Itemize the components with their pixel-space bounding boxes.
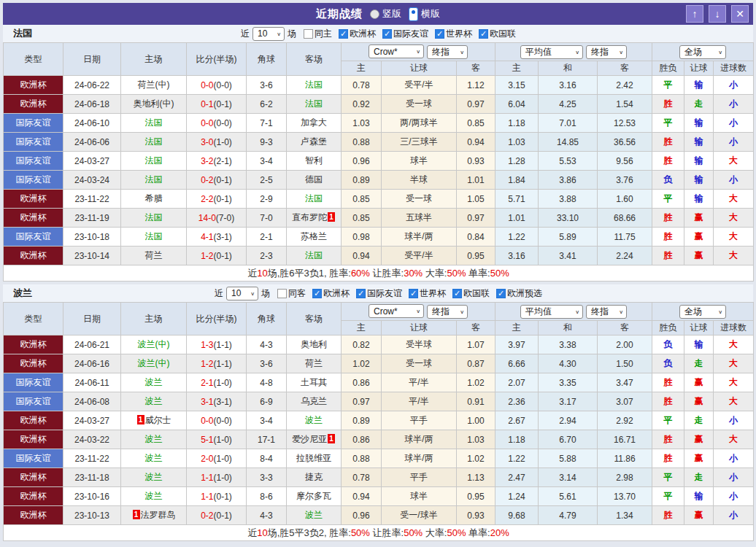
avg-away: 9.56 (598, 152, 652, 171)
column-header: 比分(半场) (187, 303, 247, 335)
odds-home: 1.02 (342, 354, 382, 373)
average-select[interactable]: 平均值∨ (520, 45, 583, 59)
league-checkbox[interactable]: 欧洲杯 (312, 287, 350, 300)
avg-away: 1.50 (598, 354, 652, 373)
avg-draw: 5.89 (539, 228, 598, 247)
period-controls: 全场∨ (652, 303, 754, 321)
fulltime-score: 14-0 (198, 213, 216, 223)
league-checkbox[interactable]: 欧国联 (479, 28, 516, 40)
odds-away: 1.02 (457, 373, 495, 392)
column-subheader: 进球数 (714, 321, 754, 335)
halftime-score: (1-0) (214, 454, 232, 464)
home-team: 波兰 (121, 430, 187, 449)
competition-type: 国际友谊 (4, 114, 63, 133)
odds-away: 1.07 (457, 335, 495, 354)
match-count-select[interactable]: 10∨ (252, 27, 285, 41)
halftime-score: (3-1) (214, 397, 232, 407)
avg-home: 9.68 (495, 506, 539, 525)
avg-draw: 5.61 (539, 487, 598, 506)
bookmaker-select[interactable]: Crow*∨ (369, 44, 424, 58)
odds-away: 0.85 (457, 114, 495, 133)
avg-stage-select[interactable]: 终指∨ (586, 45, 627, 59)
column-subheader: 和 (539, 321, 598, 335)
result-win-draw-loss: 平 (652, 190, 684, 209)
away-team: 直布罗陀1 (287, 209, 342, 228)
match-date: 24-06-21 (63, 335, 121, 354)
chevron-down-icon: ∨ (460, 309, 464, 314)
average-select[interactable]: 平均值∨ (520, 305, 583, 319)
odds-stage-select[interactable]: 终指∨ (427, 45, 468, 59)
halftime-score: (0-1) (214, 194, 232, 204)
odds-away: 0.93 (457, 152, 495, 171)
fulltime-score: 3-0 (201, 137, 213, 147)
result-goals: 小 (714, 411, 754, 430)
result-win-draw-loss: 胜 (652, 449, 684, 468)
team-label: 波兰 (145, 472, 163, 482)
team-label: 法国 (305, 79, 323, 90)
matches-table: 类型日期主场比分(半场)角球客场Crow*∨终指∨平均值∨终指∨全场∨主让球客主… (3, 42, 754, 282)
score: 1-1(1-0) (187, 468, 247, 487)
home-team: 波兰 (121, 468, 187, 487)
corner-score: 2-5 (247, 171, 287, 190)
odds-away: 0.87 (457, 354, 495, 373)
move-up-button[interactable]: ↑ (686, 5, 703, 23)
bookmaker-select[interactable]: Crow*∨ (369, 304, 424, 318)
layout-option-horizontal[interactable]: 横版 (409, 7, 440, 21)
header-group-row: 类型日期主场比分(半场)角球客场Crow*∨终指∨平均值∨终指∨全场∨ (4, 43, 754, 61)
league-checkbox[interactable]: 国际友谊 (356, 287, 402, 300)
match-date: 23-10-13 (63, 506, 121, 525)
avg-home: 5.71 (495, 190, 539, 209)
close-button[interactable]: ✕ (731, 5, 749, 23)
team-label: 法罗群岛 (141, 510, 176, 520)
competition-type: 欧洲杯 (4, 430, 63, 449)
match-row: 欧洲杯 23-10-16 波兰 1-1(0-1) 8-6 摩尔多瓦 0.94 球… (4, 487, 754, 506)
corner-score: 4-8 (247, 373, 287, 392)
period-select[interactable]: 全场∨ (679, 45, 726, 59)
odds-home: 0.96 (342, 506, 382, 525)
move-down-button[interactable]: ↓ (709, 5, 726, 23)
odds-stage-select[interactable]: 终指∨ (427, 305, 468, 319)
league-checkbox[interactable]: 世界杯 (409, 287, 446, 300)
fulltime-score: 3-2 (201, 156, 213, 166)
competition-type: 欧洲杯 (4, 354, 63, 373)
team-label: 法国 (145, 212, 163, 222)
chevron-down-icon: ∨ (575, 49, 579, 55)
result-handicap: 输 (684, 76, 714, 95)
result-win-draw-loss: 胜 (652, 247, 684, 265)
team-label: 奥地利 (301, 339, 327, 349)
column-subheader: 和 (539, 61, 598, 76)
league-checkbox[interactable]: 欧国联 (452, 287, 490, 300)
same-venue-checkbox[interactable]: 同客 (277, 287, 306, 300)
away-team: 爱沙尼亚1 (287, 430, 342, 449)
odds-away: 0.95 (457, 487, 495, 506)
chevron-down-icon: ∨ (619, 49, 623, 55)
league-checkbox[interactable]: 欧洲杯 (339, 28, 376, 40)
odds-away: 0.95 (457, 247, 495, 265)
avg-draw: 4.30 (539, 354, 598, 373)
same-venue-checkbox[interactable]: 同主 (304, 28, 332, 40)
handicap: 受一/球半 (382, 506, 457, 525)
match-count-select-value: 10 (258, 28, 267, 39)
result-goals: 小 (714, 114, 754, 133)
corner-score: 7-1 (247, 114, 287, 133)
odds-away: 0.97 (457, 95, 495, 114)
odds-away: 0.94 (457, 133, 495, 152)
league-checkbox[interactable]: 世界杯 (435, 28, 472, 40)
home-team: 法国 (121, 209, 187, 228)
same-venue-checkbox-label: 同客 (288, 287, 306, 300)
league-checkbox[interactable]: 欧洲预选 (496, 287, 542, 300)
match-count-select[interactable]: 10∨ (226, 287, 258, 300)
league-checkbox[interactable]: 国际友谊 (382, 28, 428, 40)
away-team: 捷克 (287, 468, 342, 487)
result-win-draw-loss: 平 (652, 76, 684, 95)
layout-option-vertical[interactable]: 竖版 (370, 7, 401, 20)
home-team: 波兰 (121, 373, 187, 392)
avg-stage-select[interactable]: 终指∨ (586, 305, 627, 319)
team-label: 摩尔多瓦 (296, 491, 331, 501)
period-select[interactable]: 全场∨ (679, 305, 726, 319)
match-row: 欧洲杯 23-11-19 法国 14-0(7-0) 7-0 直布罗陀1 0.85… (4, 209, 754, 228)
match-row: 国际友谊 23-11-22 波兰 2-0(1-0) 8-4 拉脱维亚 0.88 … (4, 449, 754, 468)
avg-draw: 5.88 (539, 449, 598, 468)
result-handicap: 赢 (684, 506, 714, 525)
team-name: 法国 (13, 27, 32, 40)
